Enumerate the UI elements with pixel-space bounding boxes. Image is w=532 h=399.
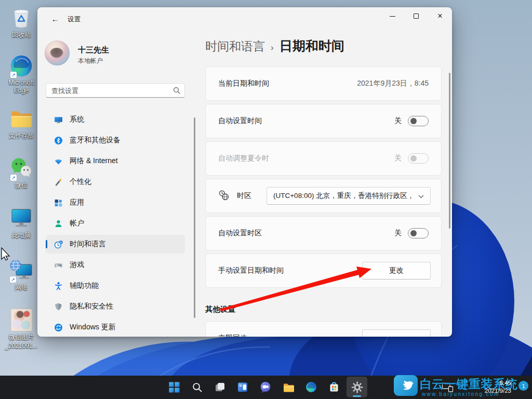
row-sync-now: 立即同步	[205, 321, 442, 337]
toggle-state-label: 关	[394, 116, 402, 126]
row-auto-set-timezone: 自动设置时区 关	[205, 216, 442, 250]
folder-icon	[9, 105, 34, 131]
maximize-button[interactable]	[404, 7, 428, 25]
notification-badge[interactable]: 1	[518, 381, 528, 391]
settings-taskbar-button[interactable]	[347, 377, 367, 397]
row-auto-set-time: 自动设置时间 关	[205, 104, 442, 138]
chat-button[interactable]	[255, 377, 276, 397]
row-label: 手动设置日期和时间	[218, 266, 284, 275]
sidebar-item-label: 游戏	[70, 260, 84, 270]
sidebar-item-label: Windows 更新	[70, 323, 116, 332]
close-icon: ×	[437, 12, 442, 20]
daylight-saving-toggle	[408, 153, 429, 164]
sidebar-item-time-language[interactable]: 时间和语言	[46, 235, 185, 254]
breadcrumb-parent[interactable]: 时间和语言	[205, 38, 265, 55]
minimize-button[interactable]	[380, 7, 404, 25]
sidebar-item-label: 系统	[70, 115, 84, 124]
taskbar-search-button[interactable]	[187, 377, 207, 397]
selected-indicator	[46, 240, 47, 248]
clock-date: 2021/9/23	[485, 387, 511, 395]
desktop-icon-wechat-image[interactable]: 微信图片 _2021091...	[1, 307, 42, 350]
sidebar-item-network[interactable]: 网络 & Internet	[46, 152, 185, 170]
titlebar[interactable]: ← 设置 ×	[37, 7, 452, 30]
sidebar-item-label: 个性化	[70, 177, 91, 187]
widgets-button[interactable]	[232, 377, 253, 397]
breadcrumb-separator: ›	[271, 43, 274, 53]
sidebar-item-label: 网络 & Internet	[70, 156, 118, 166]
desktop-icon-label: 网络	[15, 284, 28, 291]
close-button[interactable]: ×	[428, 7, 452, 25]
sidebar-item-windows-update[interactable]: Windows 更新	[46, 318, 185, 337]
taskbar-center-icons	[164, 377, 367, 397]
desktop-icon-recycle-bin[interactable]: 回收站	[1, 4, 42, 39]
search-icon	[173, 87, 180, 96]
store-button[interactable]	[324, 377, 344, 397]
timezone-value: (UTC+08:00) 北京，重庆，香港特别行政区，	[273, 191, 414, 201]
sidebar-item-privacy[interactable]: 隐私和安全性	[46, 297, 185, 316]
apps-icon	[54, 198, 63, 207]
account-icon	[54, 219, 63, 228]
start-button[interactable]	[164, 377, 184, 397]
desktop: 回收站 ↗ Microsoft Edge 文件存放	[0, 0, 532, 399]
section-header-other-settings: 其他设置	[205, 304, 235, 314]
sidebar-item-accessibility[interactable]: 辅助功能	[46, 276, 185, 295]
content-scrollbar[interactable]	[449, 73, 450, 229]
row-label: 立即同步	[218, 334, 247, 337]
desktop-icon-label: Microsoft Edge	[1, 79, 42, 95]
timezone-dropdown[interactable]: (UTC+08:00) 北京，重庆，香港特别行政区，	[267, 187, 431, 205]
gamepad-icon	[54, 261, 63, 270]
maximize-icon	[414, 14, 419, 19]
timezone-globe-clock-icon	[218, 190, 229, 203]
sidebar-item-gaming[interactable]: 游戏	[46, 256, 185, 274]
bluetooth-icon	[54, 136, 63, 145]
desktop-icon-this-pc[interactable]: 此电脑	[1, 205, 42, 240]
auto-set-time-toggle[interactable]	[408, 116, 429, 126]
row-daylight-saving: 自动调整夏令时 关	[205, 141, 442, 176]
row-manual-datetime: 手动设置日期和时间 更改	[205, 254, 442, 288]
change-button[interactable]: 更改	[362, 262, 431, 280]
row-timezone: 时区 (UTC+08:00) 北京，重庆，香港特别行政区，	[205, 179, 442, 213]
desktop-icon-folder[interactable]: 文件存放	[1, 105, 42, 140]
back-button[interactable]: ←	[49, 13, 61, 24]
sidebar-item-personalization[interactable]: 个性化	[46, 172, 185, 191]
sidebar-item-bluetooth[interactable]: 蓝牙和其他设备	[46, 131, 185, 150]
file-explorer-button[interactable]	[278, 377, 299, 397]
search-input[interactable]	[46, 83, 185, 98]
avatar[interactable]	[45, 41, 70, 65]
desktop-icon-label: 此电脑	[12, 232, 31, 240]
row-label: 时区	[237, 191, 251, 201]
toggle-knob	[410, 230, 417, 236]
toggle-group: 关	[394, 228, 429, 238]
minimize-icon	[390, 16, 395, 17]
task-view-button[interactable]	[209, 377, 230, 397]
sidebar-item-label: 应用	[70, 198, 84, 207]
current-datetime-value: 2021年9月23日，8:45	[357, 79, 429, 88]
edge-taskbar-button[interactable]	[301, 377, 322, 397]
desktop-icon-edge[interactable]: ↗ Microsoft Edge	[1, 52, 42, 95]
sidebar-item-accounts[interactable]: 帐户	[46, 214, 185, 233]
profile-account-type: 本地帐户	[78, 57, 103, 65]
row-label: 自动设置时间	[218, 116, 262, 126]
desktop-icon-label: 微信图片	[9, 334, 34, 341]
cast-tray-icon[interactable]	[442, 382, 454, 395]
desktop-icon-wechat[interactable]: ↗ 微信	[1, 155, 42, 190]
page-title: 日期和时间	[280, 37, 344, 55]
sidebar-item-label: 辅助功能	[70, 281, 99, 290]
sidebar-item-system[interactable]: 系统	[46, 110, 185, 129]
profile-name: 十三先生	[78, 45, 109, 55]
sidebar-item-label: 帐户	[70, 219, 84, 228]
taskbar-clock[interactable]: 8:45 2021/9/23	[485, 379, 511, 395]
sidebar-item-label: 蓝牙和其他设备	[70, 136, 121, 145]
sidebar-item-apps[interactable]: 应用	[46, 193, 185, 212]
network-icon: ↗	[9, 257, 34, 283]
watermark-bird-icon	[394, 375, 418, 396]
desktop-icon-network[interactable]: ↗ 网络	[1, 257, 42, 291]
breadcrumb: 时间和语言 › 日期和时间	[205, 37, 344, 55]
shortcut-arrow-icon: ↗	[10, 276, 16, 283]
shortcut-arrow-icon: ↗	[10, 72, 17, 78]
sidebar-scrollbar[interactable]	[194, 117, 195, 318]
sync-now-button[interactable]	[362, 329, 431, 337]
toggle-knob	[410, 118, 417, 124]
sidebar-nav: 系统 蓝牙和其他设备 网络 & Internet 个性化 应用 帐户	[46, 110, 185, 337]
auto-set-timezone-toggle[interactable]	[408, 228, 429, 238]
